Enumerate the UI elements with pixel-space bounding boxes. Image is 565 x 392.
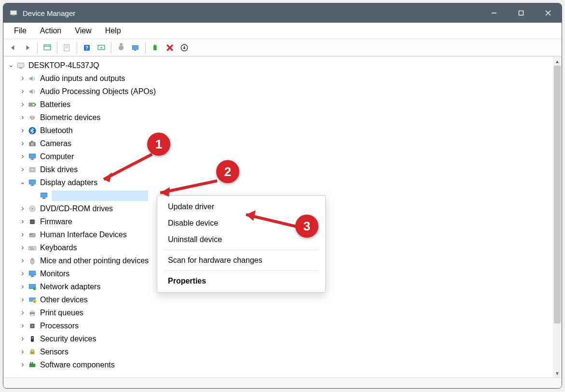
expand-chevron-icon[interactable] xyxy=(19,152,27,161)
category-node[interactable]: Disk drives xyxy=(7,163,561,176)
svg-point-43 xyxy=(32,208,33,209)
category-node[interactable]: Audio Processing Objects (APOs) xyxy=(7,85,561,98)
svg-rect-37 xyxy=(31,184,34,185)
expand-chevron-icon[interactable] xyxy=(19,283,27,291)
root-node[interactable]: DESKTOP-4L537JQ xyxy=(7,59,561,72)
annotation-badge-1: 1 xyxy=(147,133,170,156)
annotation-badge-3: 3 xyxy=(295,215,318,238)
expand-chevron-icon[interactable] xyxy=(19,348,27,356)
disable-device-button[interactable] xyxy=(163,41,177,54)
category-node[interactable]: Cameras xyxy=(7,137,561,150)
component-icon xyxy=(28,360,37,370)
expand-chevron-icon[interactable] xyxy=(19,217,27,226)
expand-chevron-icon[interactable] xyxy=(19,126,27,135)
expand-chevron-icon[interactable] xyxy=(19,113,27,122)
category-label: Keyboards xyxy=(40,243,77,252)
svg-rect-0 xyxy=(10,11,17,15)
action-button[interactable] xyxy=(95,41,108,54)
category-node[interactable]: Computer xyxy=(7,150,561,163)
category-node[interactable]: Sensors xyxy=(7,345,561,358)
speaker-icon xyxy=(28,74,37,83)
sensor-icon xyxy=(28,347,37,357)
computer-icon xyxy=(16,61,26,70)
properties-button[interactable] xyxy=(60,41,74,54)
vertical-scrollbar[interactable]: ▲ ▼ xyxy=(553,57,562,378)
expand-chevron-icon[interactable] xyxy=(19,335,27,343)
expand-chevron-icon[interactable] xyxy=(19,100,27,109)
svg-rect-70 xyxy=(30,310,34,312)
speaker-icon xyxy=(28,87,37,96)
network-icon xyxy=(28,282,37,292)
category-node[interactable]: Processors xyxy=(7,319,561,332)
bluetooth-icon xyxy=(28,126,37,135)
category-label: Firmware xyxy=(40,217,72,226)
expand-chevron-icon[interactable] xyxy=(19,257,27,265)
expand-chevron-icon[interactable] xyxy=(19,179,27,187)
category-label: Other devices xyxy=(40,296,88,304)
svg-rect-79 xyxy=(32,362,33,364)
context-menu-item[interactable]: Scan for hardware changes xyxy=(157,252,325,269)
keyboard-icon xyxy=(28,243,37,253)
back-button[interactable] xyxy=(6,41,20,54)
toolbar: ? xyxy=(3,39,562,56)
menu-view[interactable]: View xyxy=(68,25,98,37)
svg-rect-3 xyxy=(519,11,524,15)
scroll-up-arrow[interactable]: ▲ xyxy=(553,57,562,66)
expand-chevron-icon[interactable] xyxy=(19,165,27,174)
menu-action[interactable]: Action xyxy=(33,25,68,37)
category-node[interactable]: Security devices xyxy=(7,332,561,345)
expand-chevron-icon[interactable] xyxy=(19,243,27,252)
content-area: DESKTOP-4L537JQ Audio inputs and outputs… xyxy=(3,56,562,378)
context-menu[interactable]: Update driverDisable deviceUninstall dev… xyxy=(157,195,326,293)
help-button[interactable]: ? xyxy=(80,41,94,54)
svg-rect-29 xyxy=(31,141,33,142)
expand-chevron-icon[interactable] xyxy=(19,296,27,304)
chip-icon xyxy=(28,217,37,227)
category-node[interactable]: Bluetooth xyxy=(7,124,561,137)
svg-rect-73 xyxy=(31,324,34,327)
svg-rect-56 xyxy=(32,247,33,248)
scroll-thumb[interactable] xyxy=(554,66,561,324)
context-menu-item[interactable]: Properties xyxy=(157,273,325,289)
svg-rect-45 xyxy=(31,220,34,223)
svg-rect-22 xyxy=(19,68,22,68)
expand-chevron-icon[interactable] xyxy=(19,87,27,96)
expand-chevron-icon[interactable] xyxy=(19,139,27,148)
minimize-button[interactable] xyxy=(481,3,508,23)
forward-button[interactable] xyxy=(21,41,34,54)
uninstall-device-button[interactable] xyxy=(178,41,191,54)
expand-chevron-icon[interactable] xyxy=(19,204,27,213)
expand-chevron-icon[interactable] xyxy=(7,62,15,69)
scan-hardware-button[interactable] xyxy=(129,41,142,54)
svg-rect-40 xyxy=(43,197,45,198)
expand-chevron-icon[interactable] xyxy=(19,230,27,239)
category-node[interactable]: Batteries xyxy=(7,98,561,111)
expand-chevron-icon[interactable] xyxy=(19,74,27,83)
category-node[interactable]: Display adapters xyxy=(7,176,561,189)
hid-icon xyxy=(28,230,37,240)
monitor-icon xyxy=(28,152,37,162)
expand-chevron-icon[interactable] xyxy=(19,322,27,330)
category-node[interactable]: Software components xyxy=(7,358,561,371)
scroll-down-arrow[interactable]: ▼ xyxy=(553,369,562,378)
category-node[interactable]: Audio inputs and outputs xyxy=(7,72,561,85)
category-node[interactable]: ? Other devices xyxy=(7,293,561,306)
monitor-icon xyxy=(28,269,37,279)
close-button[interactable] xyxy=(535,3,562,23)
camera-icon xyxy=(28,139,37,149)
expand-chevron-icon[interactable] xyxy=(19,309,27,317)
category-node[interactable]: Print queues xyxy=(7,306,561,319)
svg-rect-30 xyxy=(29,154,36,158)
update-driver-button[interactable] xyxy=(114,41,128,54)
context-menu-item[interactable]: Update driver xyxy=(157,199,325,215)
category-label: Disk drives xyxy=(40,165,78,174)
expand-chevron-icon[interactable] xyxy=(19,270,27,278)
enable-device-button[interactable] xyxy=(149,41,162,54)
maximize-button[interactable] xyxy=(508,3,535,23)
category-node[interactable]: Biometric devices xyxy=(7,111,561,124)
show-hide-console-button[interactable] xyxy=(41,41,54,54)
menu-file[interactable]: File xyxy=(7,25,33,37)
expand-chevron-icon[interactable] xyxy=(19,361,27,369)
selected-device-label[interactable] xyxy=(52,190,148,201)
menu-help[interactable]: Help xyxy=(98,25,128,37)
